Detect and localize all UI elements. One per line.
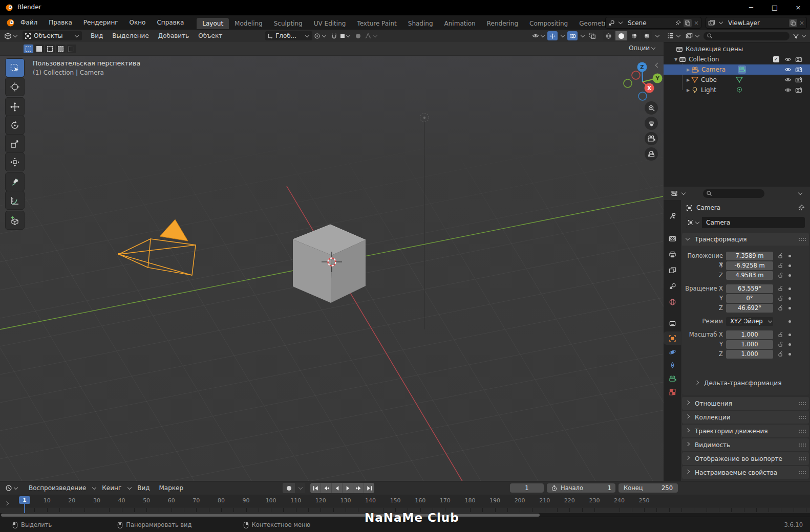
animate-dot[interactable] xyxy=(788,264,791,267)
prev-keyframe-button[interactable] xyxy=(321,483,332,493)
chevron-down-icon[interactable] xyxy=(581,33,585,37)
panel-relations[interactable]: Отношения xyxy=(682,397,809,410)
workspace-tab-modeling[interactable]: Modeling xyxy=(229,18,268,29)
proportional-falloff-dropdown[interactable] xyxy=(365,31,378,40)
properties-editor-icon[interactable] xyxy=(671,190,678,197)
menu-playback[interactable]: Воспроизведение xyxy=(24,482,91,494)
menu-file[interactable]: Файл xyxy=(15,15,43,30)
tab-physics[interactable] xyxy=(664,345,681,359)
menu-view[interactable]: Вид xyxy=(86,30,108,42)
mesh-data-icon[interactable] xyxy=(736,76,743,83)
lock-icon[interactable] xyxy=(777,341,783,347)
rotation-z-field[interactable]: 46.692° xyxy=(726,304,773,313)
workspace-tab-texture-paint[interactable]: Texture Paint xyxy=(351,18,402,29)
shading-material-button[interactable] xyxy=(628,31,640,40)
play-button[interactable] xyxy=(343,483,353,493)
panel-motion-paths[interactable]: Траектории движения xyxy=(682,425,809,437)
frame-start-field[interactable]: Начало 1 xyxy=(547,483,615,493)
lock-icon[interactable] xyxy=(777,262,783,269)
timeline-editor-icon[interactable] xyxy=(5,484,12,492)
close-button[interactable]: × xyxy=(786,0,810,15)
outliner-editor-icon[interactable] xyxy=(667,32,674,39)
viewlayer-name[interactable]: ViewLayer xyxy=(726,19,787,27)
workspace-tab-layout[interactable]: Layout xyxy=(197,18,229,29)
location-x-field[interactable]: 7.3589 m xyxy=(726,252,773,260)
animate-dot[interactable] xyxy=(788,274,791,277)
editor-type-icon[interactable] xyxy=(4,32,12,40)
jump-to-end-button[interactable] xyxy=(364,483,374,493)
transform-orientation-dropdown[interactable]: Глоб... xyxy=(265,31,312,40)
filter-icon[interactable] xyxy=(793,33,799,39)
show-gizmo-toggle[interactable] xyxy=(547,31,558,40)
minimize-button[interactable]: ─ xyxy=(739,0,763,15)
menu-view[interactable]: Вид xyxy=(133,482,154,494)
hide-eye-icon[interactable] xyxy=(784,56,792,63)
blender-menu-icon[interactable] xyxy=(6,18,15,27)
lock-icon[interactable] xyxy=(777,285,783,292)
3d-viewport[interactable]: Опции Пользовательская перспектива (1) C… xyxy=(0,42,664,481)
new-scene-button[interactable] xyxy=(684,19,692,27)
checkbox-icon[interactable]: ✓ xyxy=(773,56,779,62)
current-frame-field[interactable]: 1 xyxy=(510,483,544,493)
region-toggle-icon[interactable] xyxy=(5,501,9,505)
drag-dots-icon[interactable] xyxy=(798,235,806,243)
tab-constraints[interactable] xyxy=(664,317,681,330)
scene-selector[interactable]: Scene × xyxy=(605,17,701,29)
object-id-icon[interactable] xyxy=(686,217,702,228)
object-name-field[interactable]: Camera xyxy=(686,217,805,228)
light-data-icon[interactable] xyxy=(736,86,743,94)
tab-scene[interactable] xyxy=(664,279,681,293)
animate-dot[interactable] xyxy=(788,334,791,336)
lock-icon[interactable] xyxy=(777,272,783,278)
proportional-editing-toggle[interactable] xyxy=(353,31,363,40)
options-dropdown[interactable]: Опции xyxy=(629,45,656,52)
lock-icon[interactable] xyxy=(777,305,783,311)
select-mode-invert-button[interactable] xyxy=(56,45,66,53)
rotate-tool[interactable] xyxy=(5,116,25,135)
tab-particles[interactable] xyxy=(664,359,681,372)
camera-view-button[interactable] xyxy=(645,132,658,145)
transform-tool[interactable] xyxy=(5,152,25,171)
location-y-field[interactable]: -6.9258 m xyxy=(726,261,773,270)
workspace-tab-sculpting[interactable]: Sculpting xyxy=(268,18,308,29)
animate-dot[interactable] xyxy=(788,255,791,257)
animate-dot[interactable] xyxy=(788,353,791,356)
transform-panel-header[interactable]: Трансформация xyxy=(682,233,809,246)
workspace-tab-uv-editing[interactable]: UV Editing xyxy=(308,18,352,29)
hide-eye-icon[interactable] xyxy=(784,66,792,73)
mode-dropdown[interactable]: Объекты xyxy=(23,31,82,40)
render-visibility-icon[interactable] xyxy=(795,86,802,94)
animate-dot[interactable] xyxy=(788,320,791,323)
lock-icon[interactable] xyxy=(777,253,783,259)
properties-search-input[interactable] xyxy=(703,189,764,198)
menu-object[interactable]: Объект xyxy=(194,30,227,42)
animate-dot[interactable] xyxy=(788,297,791,300)
hide-eye-icon[interactable] xyxy=(784,86,792,94)
select-mode-intersect-button[interactable] xyxy=(67,45,76,53)
playhead-line[interactable] xyxy=(24,504,25,513)
workspace-tab-animation[interactable]: Animation xyxy=(439,18,481,29)
select-mode-extend-button[interactable] xyxy=(34,45,44,53)
animate-dot[interactable] xyxy=(788,343,791,346)
remove-viewlayer-icon[interactable]: × xyxy=(799,19,804,27)
workspace-tab-compositing[interactable]: Compositing xyxy=(524,18,573,29)
select-mode-set-button[interactable] xyxy=(24,45,33,53)
next-keyframe-button[interactable] xyxy=(353,483,364,493)
visibility-dropdown[interactable] xyxy=(532,31,546,40)
menu-render[interactable]: Рендеринг xyxy=(78,15,124,30)
render-visibility-icon[interactable] xyxy=(795,66,802,73)
camera-data-icon[interactable] xyxy=(738,65,746,74)
disclosure-icon[interactable]: ▶ xyxy=(685,78,691,82)
frame-end-field[interactable]: Конец 250 xyxy=(619,483,678,493)
outliner-search-input[interactable] xyxy=(704,32,790,40)
chevron-down-icon[interactable] xyxy=(561,33,565,37)
move-tool[interactable] xyxy=(5,97,25,116)
scale-y-field[interactable]: 1.000 xyxy=(726,340,773,349)
outliner-row-cube[interactable]: ▶ Cube xyxy=(664,75,810,85)
disclosure-icon[interactable]: ▶ xyxy=(685,88,691,93)
auto-keying-toggle[interactable] xyxy=(283,483,295,493)
render-visibility-icon[interactable] xyxy=(795,76,802,83)
outliner-row-scene-collection[interactable]: Коллекция сцены xyxy=(664,44,810,54)
zoom-view-button[interactable] xyxy=(645,101,658,115)
timeline-ruler[interactable]: 1020304050607080901001101201301401501601… xyxy=(0,495,810,513)
